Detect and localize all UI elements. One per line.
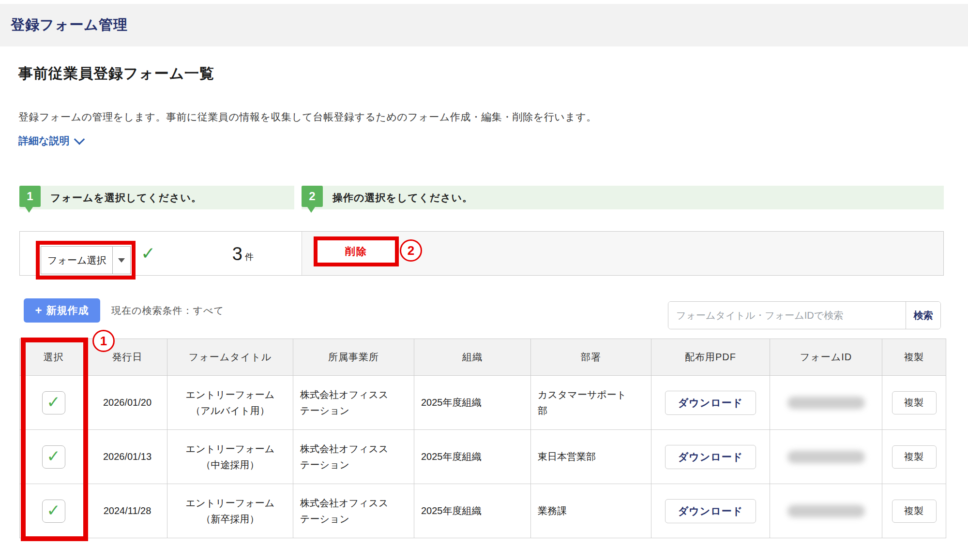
checkbox-check-icon: ✓: [46, 394, 60, 410]
form-id-redacted: [787, 397, 865, 409]
forms-table: 選択 発行日 フォームタイトル 所属事業所 組織 部署 配布用PDF フォームI…: [19, 339, 946, 538]
form-id-redacted: [787, 505, 865, 517]
annotation-box-delete: 削除: [314, 236, 399, 266]
download-button[interactable]: ダウンロード: [665, 445, 756, 469]
copy-button[interactable]: 複製: [892, 445, 937, 469]
selected-count: 3 件: [208, 232, 254, 276]
step-1-badge: 1: [19, 186, 41, 207]
row-checkbox[interactable]: ✓: [42, 391, 65, 414]
checkbox-check-icon: ✓: [46, 502, 60, 518]
row-checkbox[interactable]: ✓: [42, 445, 65, 469]
table-header-row: 選択 発行日 フォームタイトル 所属事業所 組織 部署 配布用PDF フォームI…: [20, 339, 946, 376]
download-button[interactable]: ダウンロード: [665, 499, 756, 523]
cell-organization: 2025年度組織: [414, 484, 531, 538]
toolbar-select-area: フォーム選択 ✓ 3 件: [20, 232, 302, 275]
cell-department: 東日本営業部: [531, 430, 651, 484]
step-2-header: 2 操作の選択をしてください。: [302, 186, 944, 209]
check-icon: ✓: [141, 243, 155, 264]
dropdown-caret-area[interactable]: [112, 247, 130, 274]
cell-form-title: エントリーフォーム （中途採用）: [167, 430, 293, 484]
toolbar-action-area: 削除 2: [302, 232, 943, 275]
section-heading: 事前従業員登録フォーム一覧: [18, 64, 214, 84]
annotation-circle-1: 1: [92, 330, 115, 352]
search-button[interactable]: 検索: [906, 302, 940, 329]
plus-icon: +: [35, 304, 42, 317]
create-new-button[interactable]: + 新規作成: [24, 298, 100, 323]
copy-button[interactable]: 複製: [892, 391, 937, 414]
form-select-dropdown[interactable]: フォーム選択: [41, 246, 131, 274]
cell-organization: 2025年度組織: [414, 376, 531, 430]
header-department: 部署: [531, 339, 651, 376]
table-row: ✓ 2024/11/28 エントリーフォーム （新卒採用） 株式会社オフィスス …: [20, 484, 946, 538]
cell-issue-date: 2026/01/13: [88, 430, 167, 484]
page-title: 登録フォーム管理: [0, 15, 128, 35]
header-office: 所属事業所: [293, 339, 414, 376]
caret-down-icon: [118, 258, 125, 263]
step-1-label: フォームを選択してください。: [19, 186, 294, 209]
search-box: 検索: [668, 301, 941, 329]
detail-description-link[interactable]: 詳細な説明: [18, 134, 83, 147]
annotation-box-form-select: フォーム選択: [36, 241, 136, 280]
cell-office: 株式会社オフィスス テーション: [293, 484, 414, 538]
table-row: ✓ 2026/01/13 エントリーフォーム （中途採用） 株式会社オフィスス …: [20, 430, 946, 484]
cell-office: 株式会社オフィスス テーション: [293, 376, 414, 430]
cell-issue-date: 2024/11/28: [88, 484, 167, 538]
header-form-title: フォームタイトル: [167, 339, 293, 376]
selected-count-number: 3: [232, 244, 242, 265]
page-header: 登録フォーム管理: [0, 4, 968, 46]
cell-office: 株式会社オフィスス テーション: [293, 430, 414, 484]
detail-link-label: 詳細な説明: [18, 134, 70, 147]
step-1-header: 1 フォームを選択してください。: [19, 186, 294, 209]
copy-button[interactable]: 複製: [892, 500, 937, 523]
delete-button[interactable]: 削除: [318, 240, 395, 263]
chevron-down-icon: [74, 134, 85, 145]
cell-organization: 2025年度組織: [414, 430, 531, 484]
current-filter-status: 現在の検索条件：すべて: [111, 298, 224, 323]
cell-form-title: エントリーフォーム （アルバイト用）: [167, 376, 293, 430]
row-checkbox[interactable]: ✓: [42, 500, 65, 523]
cell-department: 業務課: [531, 484, 651, 538]
header-pdf: 配布用PDF: [651, 339, 770, 376]
create-new-label: 新規作成: [46, 304, 89, 317]
form-select-label: フォーム選択: [41, 247, 112, 274]
selected-count-unit: 件: [245, 245, 254, 263]
header-form-id: フォームID: [770, 339, 882, 376]
annotation-circle-2: 2: [400, 239, 422, 262]
cell-department: カスタマーサポート 部: [531, 376, 651, 430]
search-input[interactable]: [668, 302, 906, 329]
table-row: ✓ 2026/01/20 エントリーフォーム （アルバイト用） 株式会社オフィス…: [20, 376, 946, 430]
header-copy: 複製: [882, 339, 946, 376]
cell-form-title: エントリーフォーム （新卒採用）: [167, 484, 293, 538]
selection-toolbar: フォーム選択 ✓ 3 件 削除 2: [19, 231, 944, 276]
step-2-label: 操作の選択をしてください。: [302, 186, 944, 209]
download-button[interactable]: ダウンロード: [665, 391, 756, 415]
header-select: 選択: [20, 339, 88, 376]
checkbox-check-icon: ✓: [46, 448, 60, 464]
section-description: 登録フォームの管理をします。事前に従業員の情報を収集して台帳登録するためのフォー…: [18, 110, 597, 124]
header-organization: 組織: [414, 339, 531, 376]
form-id-redacted: [787, 451, 865, 463]
step-2-badge: 2: [302, 186, 323, 207]
cell-issue-date: 2026/01/20: [88, 376, 167, 430]
